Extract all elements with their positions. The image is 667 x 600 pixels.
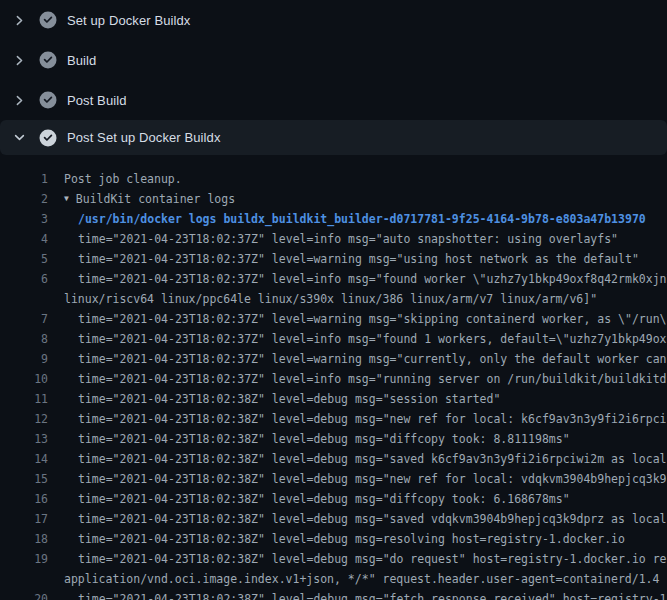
- log-line: 13time="2021-04-23T18:02:38Z" level=debu…: [0, 429, 667, 449]
- log-line: 5time="2021-04-23T18:02:37Z" level=warni…: [0, 249, 667, 269]
- log-line-text: time="2021-04-23T18:02:38Z" level=debug …: [78, 489, 570, 509]
- log-line-number[interactable]: 6: [0, 269, 48, 289]
- log-line-text: time="2021-04-23T18:02:37Z" level=info m…: [78, 229, 618, 249]
- log-line: 14time="2021-04-23T18:02:38Z" level=debu…: [0, 449, 667, 469]
- check-circle-icon: [39, 91, 57, 109]
- log-line-text: time="2021-04-23T18:02:38Z" level=debug …: [78, 409, 667, 429]
- log-line: 17time="2021-04-23T18:02:38Z" level=debu…: [0, 509, 667, 529]
- log-line-wrap: application/vnd.oci.image.index.v1+json,…: [0, 569, 667, 589]
- log-line-number[interactable]: 4: [0, 229, 48, 249]
- log-command-text: /usr/bin/docker logs buildx_buildkit_bui…: [78, 209, 646, 229]
- log-line: 20time="2021-04-23T18:02:38Z" level=debu…: [0, 589, 667, 600]
- log-line-text: time="2021-04-23T18:02:37Z" level=info m…: [78, 329, 667, 349]
- log-line-text: time="2021-04-23T18:02:37Z" level=warnin…: [78, 349, 667, 369]
- log-line-text: time="2021-04-23T18:02:38Z" level=debug …: [78, 429, 570, 449]
- log-group-text: ▼BuildKit container logs: [64, 189, 235, 209]
- check-circle-icon: [39, 51, 57, 69]
- log-line-number: [0, 569, 48, 589]
- log-line-text: time="2021-04-23T18:02:38Z" level=debug …: [78, 589, 667, 600]
- step-title: Post Set up Docker Buildx: [67, 130, 221, 145]
- steps-list: Set up Docker BuildxBuildPost BuildPost …: [0, 0, 667, 155]
- log-line-text: time="2021-04-23T18:02:38Z" level=debug …: [78, 509, 667, 529]
- log-line-number[interactable]: 9: [0, 349, 48, 369]
- step-title: Set up Docker Buildx: [67, 13, 190, 28]
- log-line-number: [0, 289, 48, 309]
- log-line: 2▼BuildKit container logs: [0, 189, 667, 209]
- check-circle-icon: [39, 11, 57, 29]
- log-line: 16time="2021-04-23T18:02:38Z" level=debu…: [0, 489, 667, 509]
- log-line-wrap: linux/riscv64 linux/ppc64le linux/s390x …: [0, 289, 667, 309]
- log-line-number[interactable]: 12: [0, 409, 48, 429]
- log-line-number[interactable]: 11: [0, 389, 48, 409]
- chevron-right-icon[interactable]: [12, 53, 26, 67]
- log-line-number[interactable]: 2: [0, 189, 48, 209]
- log-line: 18time="2021-04-23T18:02:38Z" level=debu…: [0, 529, 667, 549]
- log-line: 6time="2021-04-23T18:02:37Z" level=info …: [0, 269, 667, 289]
- group-toggle-caret-icon[interactable]: ▼: [64, 189, 69, 209]
- step-row-set-up-docker-buildx[interactable]: Set up Docker Buildx: [0, 0, 667, 40]
- log-line-number[interactable]: 3: [0, 209, 48, 229]
- log-line-number[interactable]: 15: [0, 469, 48, 489]
- log-line-text: Post job cleanup.: [64, 169, 182, 189]
- log-line: 19time="2021-04-23T18:02:38Z" level=debu…: [0, 549, 667, 569]
- log-line: 1Post job cleanup.: [0, 169, 667, 189]
- log-line-text: time="2021-04-23T18:02:37Z" level=info m…: [78, 269, 667, 289]
- log-line-number[interactable]: 8: [0, 329, 48, 349]
- log-line-number[interactable]: 5: [0, 249, 48, 269]
- log-line: 15time="2021-04-23T18:02:38Z" level=debu…: [0, 469, 667, 489]
- log-line-number[interactable]: 19: [0, 549, 48, 569]
- step-row-build[interactable]: Build: [0, 40, 667, 80]
- chevron-right-icon[interactable]: [12, 93, 26, 107]
- actions-log-panel: Set up Docker BuildxBuildPost BuildPost …: [0, 0, 667, 600]
- log-line-text: time="2021-04-23T18:02:38Z" level=debug …: [78, 469, 667, 489]
- log-line: 8time="2021-04-23T18:02:37Z" level=info …: [0, 329, 667, 349]
- log-line-number[interactable]: 16: [0, 489, 48, 509]
- log-line-number[interactable]: 7: [0, 309, 48, 329]
- log-line-text: time="2021-04-23T18:02:37Z" level=warnin…: [78, 309, 667, 329]
- log-line: 3/usr/bin/docker logs buildx_buildkit_bu…: [0, 209, 667, 229]
- log-viewer: 1Post job cleanup.2▼BuildKit container l…: [0, 155, 667, 600]
- log-line-number[interactable]: 17: [0, 509, 48, 529]
- log-line: 7time="2021-04-23T18:02:37Z" level=warni…: [0, 309, 667, 329]
- step-title: Post Build: [67, 93, 127, 108]
- log-line-text: time="2021-04-23T18:02:37Z" level=info m…: [78, 369, 667, 389]
- group-label[interactable]: BuildKit container logs: [76, 192, 235, 206]
- log-line: 12time="2021-04-23T18:02:38Z" level=debu…: [0, 409, 667, 429]
- log-line-text: application/vnd.oci.image.index.v1+json,…: [64, 569, 659, 589]
- log-line-text: time="2021-04-23T18:02:38Z" level=debug …: [78, 549, 667, 569]
- step-row-post-set-up-docker-buildx[interactable]: Post Set up Docker Buildx: [0, 120, 667, 155]
- check-circle-icon: [39, 129, 57, 147]
- step-title: Build: [67, 53, 96, 68]
- log-line: 4time="2021-04-23T18:02:37Z" level=info …: [0, 229, 667, 249]
- log-line: 10time="2021-04-23T18:02:37Z" level=info…: [0, 369, 667, 389]
- log-line-number[interactable]: 13: [0, 429, 48, 449]
- log-line-text: time="2021-04-23T18:02:37Z" level=warnin…: [78, 249, 639, 269]
- log-line-text: time="2021-04-23T18:02:38Z" level=debug …: [78, 389, 500, 409]
- log-line: 11time="2021-04-23T18:02:38Z" level=debu…: [0, 389, 667, 409]
- step-row-post-build[interactable]: Post Build: [0, 80, 667, 120]
- log-line: 9time="2021-04-23T18:02:37Z" level=warni…: [0, 349, 667, 369]
- log-line-number[interactable]: 14: [0, 449, 48, 469]
- log-line-number[interactable]: 20: [0, 589, 48, 600]
- log-line-number[interactable]: 18: [0, 529, 48, 549]
- chevron-down-icon[interactable]: [12, 131, 26, 145]
- log-line-text: linux/riscv64 linux/ppc64le linux/s390x …: [64, 289, 597, 309]
- log-line-number[interactable]: 1: [0, 169, 48, 189]
- log-line-text: time="2021-04-23T18:02:38Z" level=debug …: [78, 449, 667, 469]
- chevron-right-icon[interactable]: [12, 13, 26, 27]
- log-line-text: time="2021-04-23T18:02:38Z" level=debug …: [78, 529, 625, 549]
- log-line-number[interactable]: 10: [0, 369, 48, 389]
